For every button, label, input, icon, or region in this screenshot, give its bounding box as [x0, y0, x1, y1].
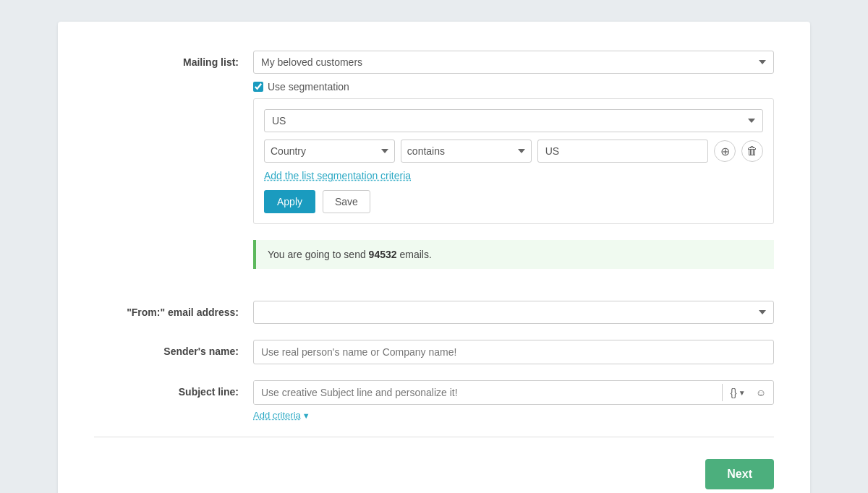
add-segmentation-criteria-link[interactable]: Add the list segmentation criteria: [264, 170, 411, 181]
add-criteria-row: Add criteria▼: [253, 409, 774, 421]
subject-line-wrap: {} ▼ ☺ Add criteria▼: [253, 380, 774, 421]
subject-line-label: Subject line:: [94, 380, 253, 398]
subject-input-wrap: {} ▼ ☺: [253, 380, 774, 405]
segment-select[interactable]: US: [264, 109, 763, 132]
from-email-row: "From:" email address:: [94, 301, 774, 324]
add-criteria-button[interactable]: Add criteria: [253, 410, 301, 421]
code-dropdown-chevron: ▼: [739, 389, 746, 397]
subject-icons-group: {} ▼ ☺: [722, 384, 773, 401]
from-email-label: "From:" email address:: [94, 301, 253, 318]
criteria-field-select[interactable]: Country: [264, 140, 395, 163]
subject-emoji-btn[interactable]: ☺: [752, 384, 770, 401]
mailing-list-row: Mailing list: My beloved customers Use s…: [94, 51, 774, 224]
subject-code-btn[interactable]: {} ▼: [726, 384, 749, 401]
use-segmentation-row: Use segmentation: [253, 81, 774, 93]
info-banner-count: 94532: [369, 249, 397, 260]
sender-name-label: Sender's name:: [94, 340, 253, 357]
from-email-wrap: [253, 301, 774, 324]
plus-circle-icon: ⊕: [720, 145, 730, 158]
emoji-icon: ☺: [756, 387, 766, 398]
delete-criteria-icon-btn[interactable]: 🗑: [741, 140, 763, 162]
next-button[interactable]: Next: [705, 459, 774, 489]
info-banner-prefix: You are going to send: [268, 249, 369, 260]
sender-name-input[interactable]: [253, 340, 774, 364]
use-segmentation-label[interactable]: Use segmentation: [268, 81, 349, 93]
sender-name-wrap: [253, 340, 774, 364]
code-icon: {}: [730, 387, 736, 398]
subject-line-row: Subject line: {} ▼ ☺ Add criteria▼: [94, 380, 774, 421]
add-criteria-icon-btn[interactable]: ⊕: [714, 140, 736, 162]
use-segmentation-checkbox[interactable]: [253, 82, 263, 92]
info-banner-suffix: emails.: [397, 249, 432, 260]
criteria-value-input[interactable]: [537, 140, 708, 163]
sender-name-row: Sender's name:: [94, 340, 774, 364]
footer-divider: [94, 437, 774, 437]
segmentation-box: US Country contains ⊕ 🗑: [253, 98, 774, 224]
add-criteria-chevron: ▼: [302, 411, 310, 420]
info-banner: You are going to send 94532 emails.: [253, 240, 774, 269]
footer-row: Next: [94, 452, 774, 489]
mailing-list-select[interactable]: My beloved customers: [253, 51, 774, 74]
trash-icon: 🗑: [746, 145, 758, 158]
mailing-list-label: Mailing list:: [94, 51, 253, 68]
save-button[interactable]: Save: [323, 190, 370, 213]
mailing-list-wrap: My beloved customers Use segmentation US…: [253, 51, 774, 224]
criteria-row: Country contains ⊕ 🗑: [264, 140, 763, 163]
subject-line-input[interactable]: [254, 381, 722, 404]
main-card: Mailing list: My beloved customers Use s…: [58, 22, 810, 493]
segmentation-actions: Apply Save: [264, 190, 763, 213]
info-banner-row: You are going to send 94532 emails.: [94, 240, 774, 285]
apply-button[interactable]: Apply: [264, 190, 315, 213]
criteria-operator-select[interactable]: contains: [401, 140, 532, 163]
from-email-select[interactable]: [253, 301, 774, 324]
